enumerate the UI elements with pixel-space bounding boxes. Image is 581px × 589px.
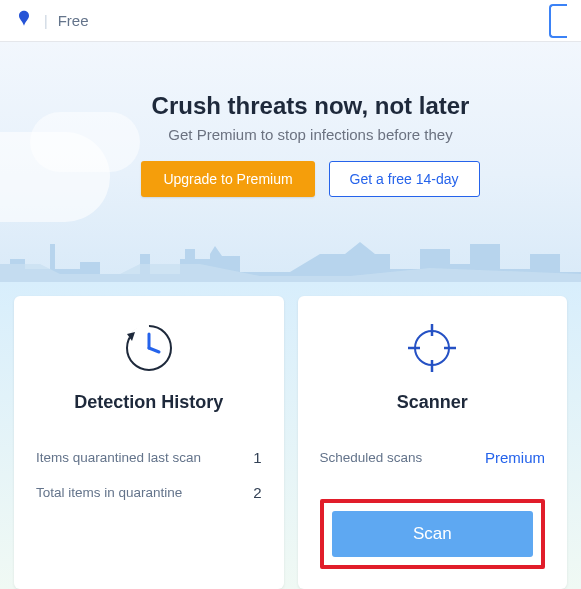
stat-label: Scheduled scans [320, 450, 423, 465]
hero-title: Crush threats now, not later [40, 92, 581, 120]
hero-subtitle: Get Premium to stop infections before th… [40, 126, 581, 143]
scan-highlight-box: Scan [320, 499, 546, 569]
skyline-decoration [0, 224, 581, 282]
stat-value: 2 [253, 484, 261, 501]
scanner-icon [320, 320, 546, 376]
header-right-button-edge[interactable] [549, 4, 567, 38]
premium-link[interactable]: Premium [485, 449, 545, 466]
scan-button[interactable]: Scan [332, 511, 534, 557]
detection-history-card[interactable]: Detection History Items quarantined last… [14, 296, 284, 589]
scanner-card-title: Scanner [320, 392, 546, 413]
stat-label: Total items in quarantine [36, 485, 182, 500]
brand-separator: | [44, 13, 48, 29]
stat-row-total-quarantine: Total items in quarantine 2 [36, 484, 262, 501]
stat-row-quarantined-last: Items quarantined last scan 1 [36, 449, 262, 466]
stat-row-scheduled: Scheduled scans Premium [320, 449, 546, 466]
stat-label: Items quarantined last scan [36, 450, 201, 465]
tier-label: Free [58, 12, 89, 29]
brand-area: | Free [14, 9, 88, 33]
app-header: | Free [0, 0, 581, 42]
upgrade-button[interactable]: Upgrade to Premium [141, 161, 314, 197]
stat-value: 1 [253, 449, 261, 466]
history-card-title: Detection History [36, 392, 262, 413]
history-icon [36, 320, 262, 376]
malwarebytes-logo-icon [14, 9, 34, 33]
svg-point-4 [415, 331, 449, 365]
cards-area: Detection History Items quarantined last… [0, 282, 581, 589]
svg-line-3 [149, 348, 159, 352]
hero-banner: Crush threats now, not later Get Premium… [0, 42, 581, 282]
scanner-card[interactable]: Scanner Scheduled scans Premium Scan [298, 296, 568, 589]
trial-button[interactable]: Get a free 14-day [329, 161, 480, 197]
hero-buttons: Upgrade to Premium Get a free 14-day [40, 161, 581, 197]
hero-content: Crush threats now, not later Get Premium… [0, 42, 581, 197]
